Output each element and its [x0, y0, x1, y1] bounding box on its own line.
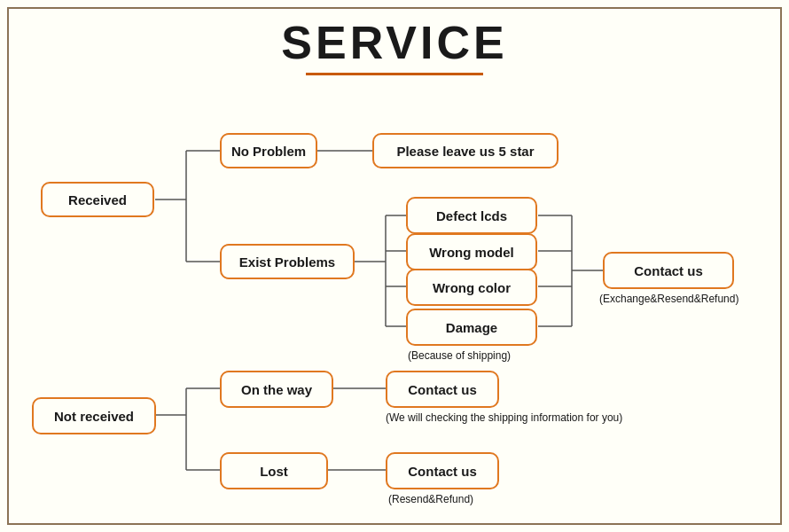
no-problem-node: No Problem [220, 133, 317, 168]
received-node: Received [41, 182, 154, 217]
contact-us-2-node: Contact us [386, 371, 499, 408]
please-leave-node: Please leave us 5 star [372, 133, 559, 168]
lost-node: Lost [220, 452, 328, 489]
defect-lcds-node: Defect lcds [406, 197, 537, 234]
wrong-model-node: Wrong model [406, 233, 537, 270]
not-received-node: Not received [32, 397, 156, 434]
exist-problems-node: Exist Problems [220, 244, 355, 279]
damage-node: Damage [406, 309, 537, 346]
contact-us-1-note: (Exchange&Resend&Refund) [599, 293, 738, 305]
wrong-color-node: Wrong color [406, 269, 537, 306]
contact-us-2-note: (We will checking the shipping informati… [386, 411, 687, 424]
contact-us-3-note: (Resend&Refund) [388, 493, 473, 505]
contact-us-1-node: Contact us [603, 252, 734, 289]
damage-note: (Because of shipping) [408, 349, 511, 362]
on-the-way-node: On the way [220, 371, 333, 408]
contact-us-3-node: Contact us [386, 452, 499, 489]
